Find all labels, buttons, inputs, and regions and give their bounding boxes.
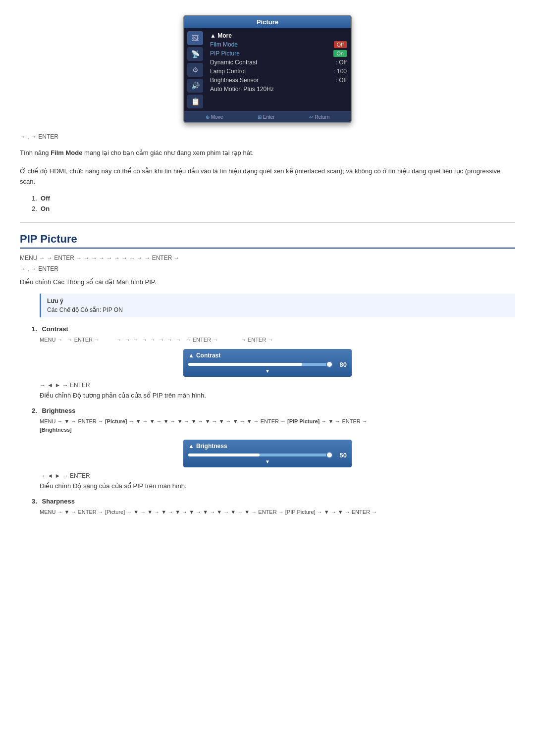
pip-section: PIP Picture MENU → → ENTER → → → → → → →… xyxy=(20,233,515,516)
tv-menu-icons: 🖼 📡 ⚙ 🔊 📋 xyxy=(184,28,206,111)
footer-return: ↩ Return xyxy=(309,114,329,120)
pip-description: Điều chỉnh Các Thông số cài đặt Màn hình… xyxy=(20,277,515,288)
description-2: Ở chế độ HDMI, chức năng này có thể có s… xyxy=(20,166,515,187)
brightness-track-row: 50 xyxy=(188,452,347,459)
brightness-value: 50 xyxy=(335,452,347,459)
brightness-enter-note: → ◄ ► → ENTER xyxy=(40,472,515,479)
tv-menu-content: ▲ More Film Mode Off PIP Picture On Dyna… xyxy=(206,28,351,111)
tv-menu-dynamic-contrast: Dynamic Contrast : Off xyxy=(210,58,347,67)
tv-menu-pip-picture: PIP Picture On xyxy=(210,49,347,58)
footer-enter: ⊞ Enter xyxy=(258,114,275,120)
pip-note-title: Lưu ý xyxy=(47,298,509,304)
contrast-track xyxy=(188,363,331,366)
brightness-slider-container: ▲ Brightness 50 ▼ xyxy=(20,440,515,467)
contrast-slider-label: ▲ Contrast xyxy=(188,352,347,359)
pip-menu-nav: MENU → → ENTER → → → → → → → → → → ENTER… xyxy=(20,254,515,261)
option-1: 1. Off xyxy=(32,195,515,202)
tv-icon-broadcast: 📡 xyxy=(187,47,203,61)
contrast-title: 1. Contrast xyxy=(32,325,515,333)
contrast-desc: Điều chỉnh Độ tương phản của cửa sổ PIP … xyxy=(40,392,515,399)
contrast-fill xyxy=(188,363,302,366)
contrast-slider-widget: ▲ Contrast 80 ▼ xyxy=(183,349,352,377)
subsection-sharpness: 3. Sharpness MENU → ▼ → ENTER → [Picture… xyxy=(20,498,515,517)
contrast-track-row: 80 xyxy=(188,361,347,368)
subsection-contrast: 1. Contrast MENU → → ENTER → → → → → → →… xyxy=(20,325,515,399)
tv-menu-body: 🖼 📡 ⚙ 🔊 📋 ▲ More Film Mode Off PIP Pictu… xyxy=(184,28,351,111)
pip-note-box: Lưu ý Các Chế độ Có sẵn: PIP ON xyxy=(40,294,515,317)
brightness-slider-label: ▲ Brightness xyxy=(188,443,347,450)
contrast-enter-note: → ◄ ► → ENTER xyxy=(40,382,515,389)
contrast-slider-container: ▲ Contrast 80 ▼ xyxy=(20,349,515,377)
brightness-fill xyxy=(188,454,260,456)
pip-section-title: PIP Picture xyxy=(20,233,515,249)
tv-icon-sound: 🔊 xyxy=(187,79,203,93)
sharpness-nav: MENU → ▼ → ENTER → [Picture] → ▼ → ▼ → ▼… xyxy=(40,508,515,517)
contrast-nav: MENU → → ENTER → → → → → → → → → → ENTER… xyxy=(40,336,515,344)
brightness-track xyxy=(188,454,331,456)
tv-menu-film-mode: Film Mode Off xyxy=(210,40,347,49)
tv-menu-auto-motion: Auto Motion Plus 120Hz xyxy=(210,85,347,94)
desc-section-2: Ở chế độ HDMI, chức năng này có thể có s… xyxy=(20,166,515,187)
brightness-title: 2. Brightness xyxy=(32,407,515,414)
tv-menu-brightness-sensor: Brightness Sensor : Off xyxy=(210,76,347,85)
sharpness-title: 3. Sharpness xyxy=(32,498,515,505)
contrast-value: 80 xyxy=(335,361,347,368)
footer-move: ⊕ Move xyxy=(206,114,223,120)
divider xyxy=(20,222,515,223)
brightness-thumb xyxy=(326,452,333,458)
description-1: Tính năng Film Mode mang lại cho bạn cảm… xyxy=(20,148,515,158)
nav-line-1: → , → ENTER xyxy=(20,133,515,140)
tv-icon-settings: ⚙ xyxy=(187,63,203,77)
option-2: 2. On xyxy=(32,205,515,212)
subsection-brightness: 2. Brightness MENU → ▼ → ENTER → [Pictur… xyxy=(20,407,515,490)
options-list: 1. Off 2. On xyxy=(20,195,515,212)
pip-nav2: → , → ENTER xyxy=(20,265,515,272)
pip-note-text: Các Chế độ Có sẵn: PIP ON xyxy=(47,306,509,313)
desc-section-1: Tính năng Film Mode mang lại cho bạn cảm… xyxy=(20,148,515,158)
tv-menu-footer: ⊕ Move ⊞ Enter ↩ Return xyxy=(184,111,351,122)
tv-menu-more: ▲ More xyxy=(210,31,347,40)
brightness-desc: Điều chỉnh Độ sáng của cửa sổ PIP trên m… xyxy=(40,482,515,490)
tv-menu-screenshot: Picture 🖼 📡 ⚙ 🔊 📋 ▲ More Film Mode Off xyxy=(20,15,515,123)
tv-menu-title: Picture xyxy=(184,16,351,28)
tv-icon-picture: 🖼 xyxy=(187,31,203,45)
contrast-thumb xyxy=(326,361,333,368)
tv-menu-lamp-control: Lamp Control : 100 xyxy=(210,67,347,76)
brightness-nav: MENU → ▼ → ENTER → [Picture] → ▼ → ▼ → ▼… xyxy=(40,417,515,435)
nav-section-1: → , → ENTER xyxy=(20,133,515,140)
tv-menu: Picture 🖼 📡 ⚙ 🔊 📋 ▲ More Film Mode Off xyxy=(183,15,352,123)
brightness-slider-widget: ▲ Brightness 50 ▼ xyxy=(183,440,352,467)
tv-icon-support: 📋 xyxy=(187,95,203,108)
